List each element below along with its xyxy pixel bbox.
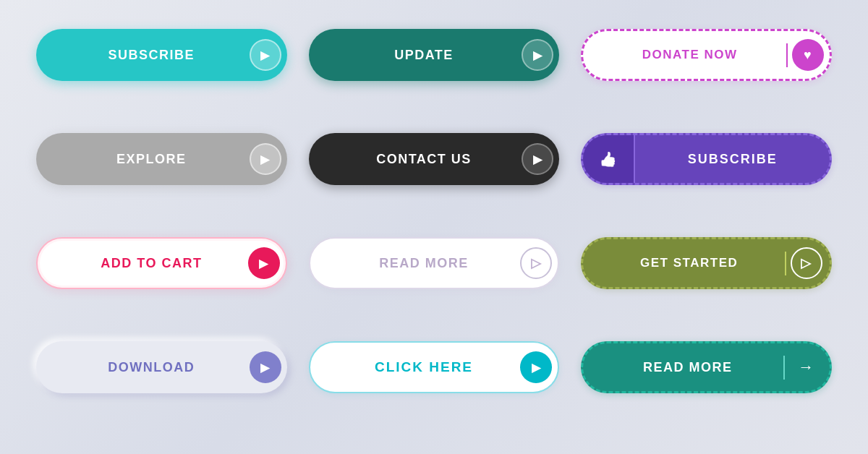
download-play-icon (250, 351, 281, 383)
read-more-teal-divider (783, 356, 785, 380)
explore-label: EXPLORE (54, 152, 250, 167)
subscribe-teal-play-icon (250, 39, 281, 71)
donate-now-button[interactable]: DONATE NOW (581, 29, 832, 81)
explore-play-icon (250, 143, 281, 175)
contact-us-label: CONTACT US (326, 152, 522, 167)
read-more-light-button[interactable]: READ MORE (309, 237, 560, 289)
read-more-teal-label: READ MORE (597, 360, 778, 375)
get-started-divider (785, 252, 786, 275)
donate-heart-icon (792, 39, 824, 71)
read-more-arrow-icon (791, 351, 822, 383)
update-label: UPDATE (326, 48, 522, 63)
subscribe-teal-button[interactable]: SUBSCRIBE (36, 29, 287, 81)
download-button[interactable]: DOWNLOAD (36, 341, 287, 393)
subscribe-teal-label: SUBSCRIBE (54, 48, 250, 63)
update-button[interactable]: UPDATE (309, 29, 560, 81)
download-label: DOWNLOAD (54, 360, 250, 375)
add-to-cart-label: ADD TO CART (55, 256, 248, 271)
add-to-cart-button[interactable]: ADD TO CART (36, 237, 287, 289)
subscribe-purple-label: SUBSCRIBE (635, 152, 830, 167)
button-grid: SUBSCRIBE UPDATE DONATE NOW EXPLORE CONT… (0, 0, 868, 454)
read-more-teal-button[interactable]: READ MORE (581, 341, 832, 393)
contact-us-button[interactable]: CONTACT US (309, 133, 560, 185)
click-here-button[interactable]: CLICK HERE (309, 341, 560, 393)
subscribe-thumb-icon (583, 135, 635, 183)
explore-button[interactable]: EXPLORE (36, 133, 287, 185)
donate-divider (786, 43, 788, 67)
subscribe-purple-button[interactable]: SUBSCRIBE (581, 133, 832, 185)
get-started-play-icon (791, 247, 822, 279)
donate-now-label: DONATE NOW (597, 48, 782, 62)
click-here-play-icon (520, 351, 552, 383)
update-play-icon (522, 39, 553, 71)
read-more-light-label: READ MORE (328, 256, 521, 271)
get-started-label: GET STARTED (597, 256, 780, 270)
get-started-button[interactable]: GET STARTED (581, 237, 832, 289)
contact-play-icon (522, 143, 553, 175)
read-more-light-play-icon (520, 247, 552, 279)
click-here-label: CLICK HERE (328, 359, 521, 375)
add-to-cart-play-icon (248, 247, 280, 279)
